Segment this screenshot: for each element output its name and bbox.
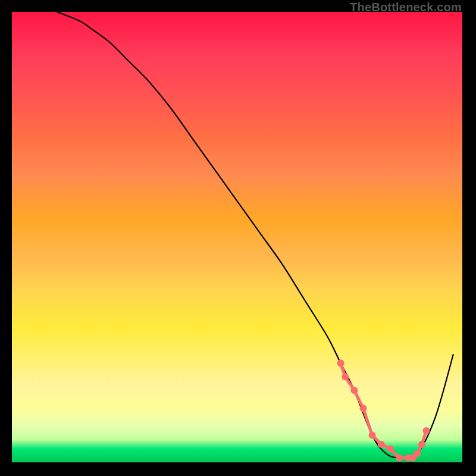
heatmap-background [12, 12, 462, 462]
optimal-marker [369, 432, 376, 439]
optimal-marker [387, 445, 394, 452]
optimal-marker [418, 441, 425, 448]
optimal-marker [414, 450, 421, 457]
optimal-marker [378, 441, 385, 448]
bottleneck-curve-path [57, 12, 453, 458]
optimal-marker [396, 454, 403, 461]
optimal-marker [422, 427, 430, 434]
attribution-text: TheBottleneck.com [350, 1, 462, 13]
optimal-marker [337, 360, 345, 367]
figure-frame: TheBottleneck.com [0, 0, 476, 476]
optimal-segment [364, 408, 372, 435]
chart-svg [12, 12, 462, 462]
optimal-marker [350, 387, 358, 394]
optimal-marker [342, 373, 349, 380]
marker-group [337, 360, 430, 462]
main-curve-group [57, 12, 453, 458]
optimal-marker [360, 405, 367, 412]
